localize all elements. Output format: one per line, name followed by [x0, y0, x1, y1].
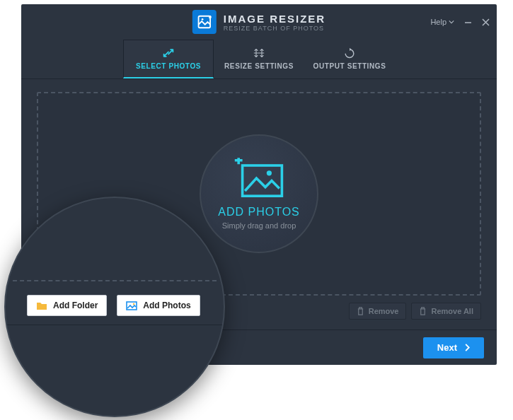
- remove-all-button[interactable]: Remove All: [411, 303, 481, 320]
- button-label: Next: [437, 342, 457, 353]
- tab-label: SELECT PHOTOS: [136, 62, 201, 70]
- tab-label: OUTPUT SETTINGS: [313, 62, 386, 70]
- refresh-icon: [343, 47, 356, 59]
- picture-icon: [126, 301, 137, 310]
- add-photos-circle[interactable]: ADD PHOTOS Simply drag and drop: [200, 134, 318, 253]
- minimize-icon: [464, 18, 472, 26]
- dropzone-border-fragment: [13, 280, 217, 281]
- title-block: IMAGE RESIZER RESIZE BATCH OF PHOTOS: [192, 10, 325, 34]
- button-label: Remove: [369, 307, 399, 315]
- next-button[interactable]: Next: [423, 337, 484, 358]
- button-label: Add Folder: [53, 301, 98, 310]
- magnified-add-folder-button[interactable]: Add Folder: [27, 295, 107, 316]
- close-button[interactable]: [482, 18, 490, 26]
- help-menu[interactable]: Help: [430, 18, 454, 26]
- svg-rect-3: [243, 165, 282, 196]
- divider-fragment: [7, 325, 222, 325]
- tab-output-settings[interactable]: OUTPUT SETTINGS: [304, 40, 395, 78]
- folder-icon: [36, 301, 47, 310]
- magnified-add-photos-button[interactable]: Add Photos: [117, 295, 200, 316]
- titlebar: IMAGE RESIZER RESIZE BATCH OF PHOTOS Hel…: [21, 4, 497, 40]
- add-photos-title: ADD PHOTOS: [218, 206, 300, 218]
- magnifier-overlay: Add Folder Add Photos: [4, 197, 225, 417]
- chevron-right-icon: [464, 344, 470, 351]
- trash-icon: [419, 307, 427, 315]
- tab-bar: SELECT PHOTOS RESIZE SETTINGS OUTPUT SET…: [21, 40, 497, 79]
- remove-button[interactable]: Remove: [349, 303, 407, 320]
- app-title: IMAGE RESIZER: [224, 13, 325, 25]
- tab-label: RESIZE SETTINGS: [224, 62, 294, 70]
- add-image-icon: [234, 158, 284, 199]
- svg-point-4: [267, 170, 272, 175]
- close-icon: [482, 18, 490, 26]
- app-subtitle: RESIZE BATCH OF PHOTOS: [224, 25, 325, 32]
- add-photos-subtitle: Simply drag and drop: [222, 221, 296, 230]
- button-label: Add Photos: [143, 301, 190, 310]
- tab-resize-settings[interactable]: RESIZE SETTINGS: [214, 40, 304, 78]
- window-controls: Help: [430, 18, 490, 26]
- expand-arrows-icon: [161, 47, 175, 59]
- minimize-button[interactable]: [464, 18, 472, 26]
- trash-icon: [357, 307, 364, 315]
- svg-point-8: [133, 303, 134, 304]
- app-logo-icon: [192, 10, 217, 34]
- tab-select-photos[interactable]: SELECT PHOTOS: [123, 40, 214, 78]
- svg-point-1: [202, 18, 204, 21]
- button-label: Remove All: [431, 307, 473, 315]
- help-label: Help: [430, 18, 446, 26]
- chevron-down-icon: [449, 19, 454, 25]
- resize-icon: [252, 47, 266, 59]
